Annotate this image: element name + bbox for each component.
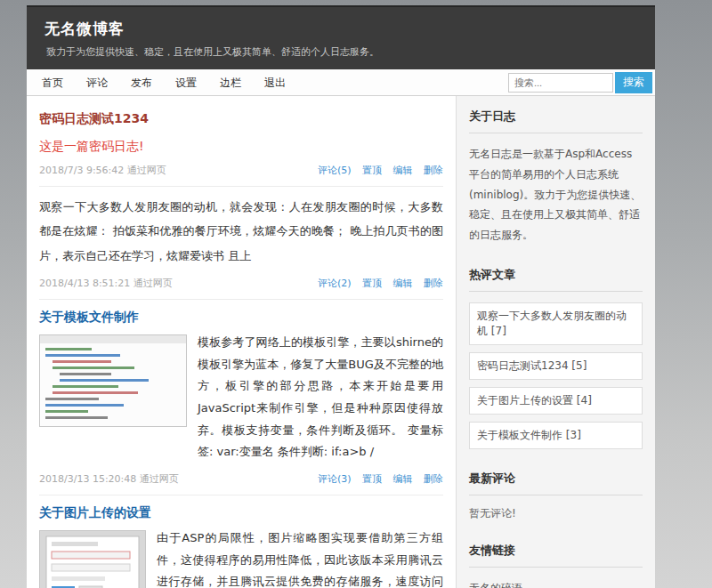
- post-date: 2018/7/3 9:56:42 通过网页: [39, 164, 166, 177]
- comments-link[interactable]: 评论(2): [318, 278, 352, 289]
- sidebar-comments-title: 最新评论: [469, 471, 643, 495]
- delete-link[interactable]: 删除: [424, 165, 443, 176]
- sidebar-section-friend-links: 友情链接 无名的碎语: [469, 543, 643, 588]
- post-password-note: 这是一篇密码日志!: [39, 139, 443, 155]
- post-meta: 2018/3/13 15:20:48 通过网页 评论(3) 置顶 编辑 删除: [39, 472, 443, 486]
- post-item: 观察一下大多数人发朋友圈的动机，就会发现：人在发朋友圈的时候，大多数都是在炫耀：…: [39, 187, 443, 300]
- post-content-row: 模板参考了网络上的模板引擎，主要以shirne的模板引擎为蓝本，修复了大量BUG…: [39, 334, 443, 463]
- post-date: 2018/3/13 15:20:48 通过网页: [39, 472, 179, 486]
- pin-link[interactable]: 置顶: [362, 473, 382, 485]
- nav-item-settings[interactable]: 设置: [164, 69, 208, 96]
- content-area: 密码日志测试1234 这是一篇密码日志! 2018/7/3 9:56:42 通过…: [27, 96, 655, 588]
- post-thumbnail[interactable]: [39, 530, 146, 588]
- post-content-row: 由于ASP的局限性，图片缩略图实现要借助第三方组件，这使得程序的易用性降低，因此…: [39, 530, 443, 588]
- sidebar-links-title: 友情链接: [469, 543, 643, 568]
- post-actions: 评论(5) 置顶 编辑 删除: [310, 164, 443, 177]
- sidebar-hot-title: 热评文章: [469, 267, 643, 292]
- edit-link[interactable]: 编辑: [393, 165, 413, 176]
- nav-item-home[interactable]: 首页: [30, 69, 75, 96]
- hot-article-link[interactable]: 关于图片上传的设置 [4]: [469, 387, 643, 415]
- no-comments-text: 暂无评论!: [469, 506, 643, 521]
- sidebar: 关于日志 无名日志是一款基于Asp和Access平台的简单易用的个人日志系统(m…: [456, 96, 655, 588]
- post-item: 密码日志测试1234 这是一篇密码日志! 2018/7/3 9:56:42 通过…: [39, 101, 443, 187]
- post-title-link[interactable]: 关于图片上传的设置: [39, 505, 151, 521]
- search-box: 搜索: [508, 72, 655, 93]
- main-nav: 首页 评论 发布 设置 边栏 退出 搜索: [27, 69, 655, 96]
- nav-item-comments[interactable]: 评论: [75, 69, 119, 96]
- sidebar-section-hot-articles: 热评文章 观察一下大多数人发朋友圈的动机 [7] 密码日志测试1234 [5] …: [469, 267, 643, 449]
- sidebar-about-text: 无名日志是一款基于Asp和Access平台的简单易用的个人日志系统(minibl…: [469, 144, 643, 246]
- post-title-link[interactable]: 密码日志测试1234: [39, 111, 149, 127]
- post-actions: 评论(2) 置顶 编辑 删除: [310, 277, 443, 290]
- edit-link[interactable]: 编辑: [393, 473, 413, 485]
- pin-link[interactable]: 置顶: [362, 278, 382, 289]
- post-date: 2018/4/13 8:51:21 通过网页: [39, 277, 173, 290]
- post-meta: 2018/4/13 8:51:21 通过网页 评论(2) 置顶 编辑 删除: [39, 277, 443, 290]
- posts-list: 密码日志测试1234 这是一篇密码日志! 2018/7/3 9:56:42 通过…: [27, 96, 456, 588]
- nav-item-sidebar[interactable]: 边栏: [208, 69, 253, 96]
- site-subtitle: 致力于为您提供快速、稳定，且在使用上又极其简单、舒适的个人日志服务。: [44, 45, 637, 59]
- comments-link[interactable]: 评论(3): [318, 473, 352, 485]
- code-screenshot-image: [40, 335, 186, 426]
- site-header: 无名微博客 致力于为您提供快速、稳定，且在使用上又极其简单、舒适的个人日志服务。: [27, 5, 655, 69]
- post-excerpt: 观察一下大多数人发朋友圈的动机，就会发现：人在发朋友圈的时候，大多数都是在炫耀：…: [39, 195, 443, 268]
- post-title-link[interactable]: 关于模板文件制作: [39, 310, 139, 326]
- site-title: 无名微博客: [44, 19, 637, 39]
- pin-link[interactable]: 置顶: [362, 165, 382, 176]
- delete-link[interactable]: 删除: [424, 278, 443, 289]
- post-excerpt: 由于ASP的局限性，图片缩略图实现要借助第三方组件，这使得程序的易用性降低，因此…: [157, 528, 443, 588]
- post-thumbnail[interactable]: [39, 334, 187, 427]
- edit-link[interactable]: 编辑: [393, 278, 413, 289]
- hot-article-link[interactable]: 关于模板文件制作 [3]: [469, 422, 643, 449]
- friend-link[interactable]: 无名的碎语: [469, 581, 522, 588]
- post-meta: 2018/7/3 9:56:42 通过网页 评论(5) 置顶 编辑 删除: [39, 164, 443, 177]
- hot-article-link[interactable]: 密码日志测试1234 [5]: [469, 352, 643, 380]
- search-button[interactable]: 搜索: [615, 72, 652, 93]
- comments-link[interactable]: 评论(5): [318, 165, 352, 176]
- nav-item-logout[interactable]: 退出: [253, 69, 297, 96]
- post-excerpt: 模板参考了网络上的模板引擎，主要以shirne的模板引擎为蓝本，修复了大量BUG…: [198, 332, 443, 463]
- hot-article-link[interactable]: 观察一下大多数人发朋友圈的动机 [7]: [469, 302, 643, 345]
- sidebar-section-about: 关于日志 无名日志是一款基于Asp和Access平台的简单易用的个人日志系统(m…: [469, 109, 643, 246]
- sidebar-section-latest-comments: 最新评论 暂无评论!: [469, 471, 643, 521]
- post-item: 关于模板文件制作: [39, 300, 443, 495]
- post-item: 关于图片上传的设置 由于A: [39, 495, 443, 588]
- sidebar-about-title: 关于日志: [469, 109, 643, 133]
- search-input[interactable]: [508, 73, 613, 93]
- nav-item-publish[interactable]: 发布: [119, 69, 164, 96]
- delete-link[interactable]: 删除: [424, 473, 443, 485]
- settings-screenshot-image: [40, 531, 145, 588]
- page-container: 无名微博客 致力于为您提供快速、稳定，且在使用上又极其简单、舒适的个人日志服务。…: [27, 0, 655, 588]
- post-actions: 评论(3) 置顶 编辑 删除: [310, 472, 443, 486]
